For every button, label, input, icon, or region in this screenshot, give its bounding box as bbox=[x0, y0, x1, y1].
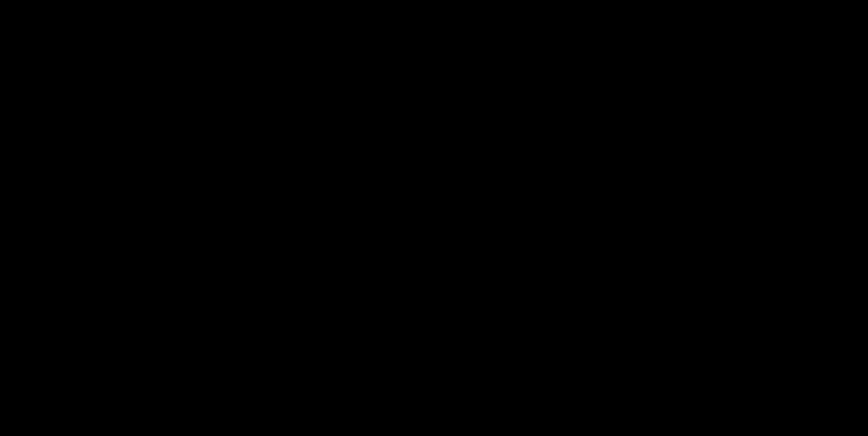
meters-section bbox=[0, 0, 868, 9]
